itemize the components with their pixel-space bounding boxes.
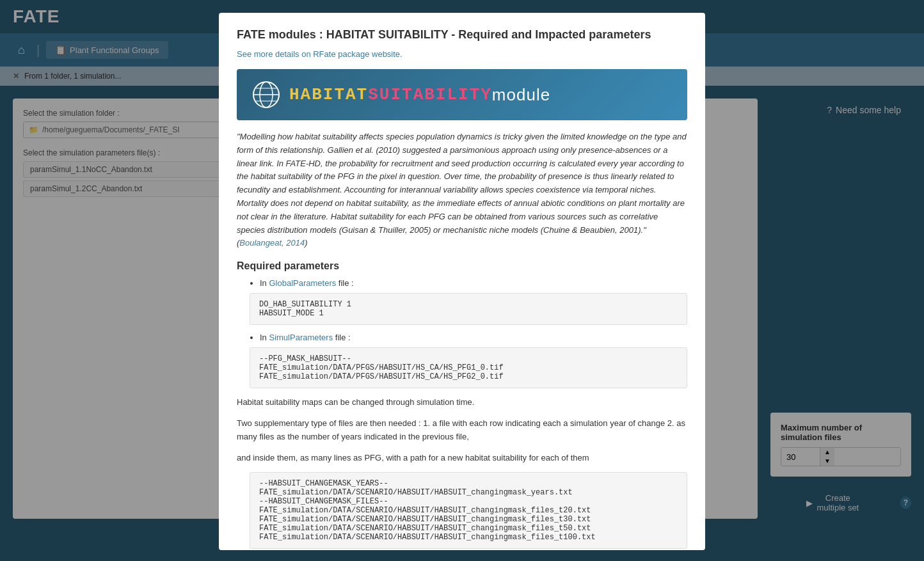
extra-text-2: Two supplementary type of files are then…: [237, 417, 687, 444]
global-params-code: DO_HAB_SUITABILITY 1 HABSUIT_MODE 1: [250, 293, 687, 325]
extra-text-1: Habitat suitability maps can be changed …: [237, 396, 687, 409]
boulangeat-link[interactable]: Boulangeat, 2014: [239, 238, 305, 248]
modal-overlay: FATE modules : HABITAT SUITABILITY - Req…: [0, 0, 924, 532]
global-params-item: In GlobalParameters file :: [260, 278, 687, 288]
params-list: In GlobalParameters file :: [250, 278, 687, 288]
banner-suitability: SUITABILITY: [368, 85, 492, 104]
modal-title: FATE modules : HABITAT SUITABILITY - Req…: [237, 28, 687, 42]
banner-habitat: HABITAT: [289, 85, 368, 104]
global-params-link[interactable]: GlobalParameters: [269, 278, 336, 288]
globe-icon: [252, 81, 280, 109]
simul-params-item: In SimulParameters file :: [260, 333, 687, 342]
modal: FATE modules : HABITAT SUITABILITY - Req…: [219, 13, 705, 532]
extra-code: --HABSUIT_CHANGEMASK_YEARS-- FATE_simula…: [250, 472, 687, 532]
extra-text-3: and inside them, as many lines as PFG, w…: [237, 452, 687, 465]
modal-rfate-link[interactable]: See more details on RFate package websit…: [237, 49, 687, 59]
simul-params-link[interactable]: SimulParameters: [269, 333, 333, 342]
simul-params-code: --PFG_MASK_HABSUIT-- FATE_simulation/DAT…: [250, 347, 687, 388]
banner-text: HABITAT SUITABILITY module: [289, 85, 550, 105]
required-params-title: Required parameters: [237, 260, 687, 272]
banner-module: module: [492, 85, 550, 105]
simul-params-list: In SimulParameters file :: [250, 333, 687, 342]
modal-description: "Modelling how habitat suitability affec…: [237, 130, 687, 250]
module-banner: HABITAT SUITABILITY module: [237, 69, 687, 120]
